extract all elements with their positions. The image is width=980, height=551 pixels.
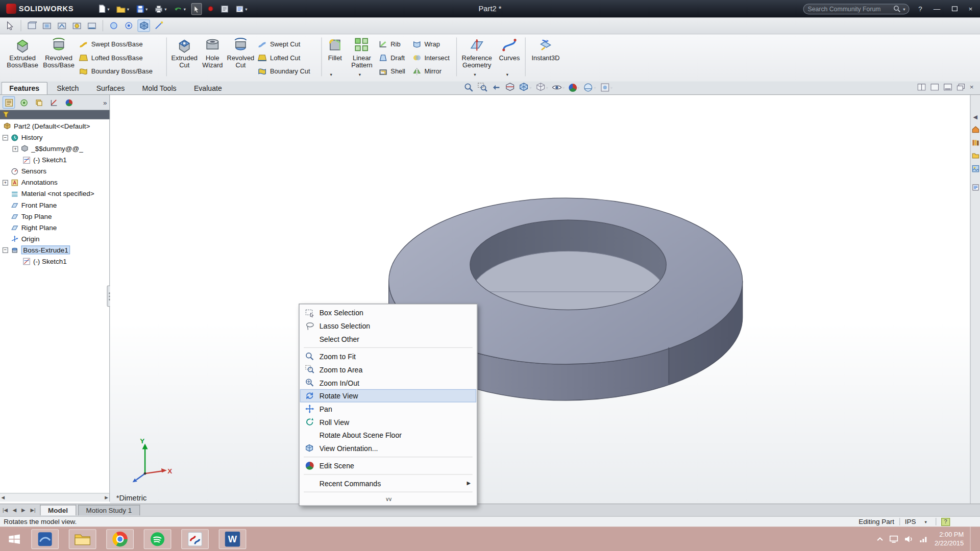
view-toolbar-icon-5[interactable] <box>86 19 98 32</box>
tree-item-right-plane[interactable]: Right Plane <box>0 222 109 233</box>
previous-tab-icon[interactable]: ◀ <box>10 506 19 514</box>
collapse-box-icon[interactable]: − <box>3 247 8 253</box>
configuration-manager-tab-icon[interactable] <box>33 96 45 109</box>
menu-expand-chevron[interactable]: ∨∨ <box>300 494 476 504</box>
menu-item-rotate-about-scene-floor[interactable]: Rotate About Scene Floor <box>300 429 476 442</box>
help-button[interactable]: ? <box>916 5 924 13</box>
chevron-down-icon[interactable]: ▾ <box>562 85 565 90</box>
display-tray-icon[interactable] <box>890 535 898 543</box>
instant3d-button[interactable]: Instant3D <box>529 36 562 80</box>
view-palette-icon[interactable] <box>971 165 979 172</box>
open-button[interactable]: ▾ <box>115 4 131 14</box>
shell-button[interactable]: Shell <box>379 65 405 77</box>
linear-pattern-button[interactable]: Linear Pattern <box>348 36 376 80</box>
wrap-button[interactable]: Wrap <box>412 37 440 49</box>
first-tab-icon[interactable]: |◀ <box>0 506 10 514</box>
model-3d-ring[interactable] <box>110 95 970 504</box>
menu-item-select-other[interactable]: Select Other <box>300 332 476 345</box>
menu-item-rotate-view[interactable]: Rotate View <box>300 389 476 403</box>
pane-single-icon[interactable] <box>930 83 939 90</box>
pane-minimize-icon[interactable] <box>943 83 951 90</box>
view-settings-icon[interactable]: ▾ <box>600 83 612 93</box>
network-tray-icon[interactable] <box>920 535 928 543</box>
minimize-button[interactable]: — <box>931 5 943 13</box>
draft-button[interactable]: Draft <box>379 51 405 63</box>
linear-pattern-flyout-arrow[interactable]: ▾ <box>359 72 361 78</box>
revolved-boss-base-button[interactable]: Revolved Boss/Base <box>41 36 77 80</box>
menu-item-zoom-in-out[interactable]: Zoom In/Out <box>300 376 476 389</box>
chevron-down-icon[interactable]: ▾ <box>529 85 531 90</box>
display-style-icon[interactable]: ▾ <box>535 83 548 93</box>
chevron-down-icon[interactable]: ▾ <box>594 85 596 90</box>
hole-wizard-button[interactable]: Hole Wizard <box>200 36 225 80</box>
graphics-viewport[interactable]: Y X *Dimetric <box>110 95 970 504</box>
chevron-down-icon[interactable]: ▾ <box>577 85 579 90</box>
scene-icon[interactable]: ▾ <box>583 83 596 93</box>
custom-properties-icon[interactable] <box>971 184 979 191</box>
hidden-icons-chevron[interactable] <box>877 536 883 541</box>
file-explorer-icon[interactable] <box>971 152 979 160</box>
scroll-right-icon[interactable]: ▶ <box>105 495 108 500</box>
file-properties-button[interactable] <box>219 4 230 14</box>
view-toolbar-icon-7[interactable] <box>122 19 135 32</box>
feature-manager-tab-icon[interactable] <box>3 96 15 109</box>
tab-sketch[interactable]: Sketch <box>48 82 87 94</box>
view-toolbar-icon-8[interactable] <box>137 19 150 32</box>
view-toolbar-icon-2[interactable] <box>41 19 53 32</box>
tree-item-sketch1-boss[interactable]: (-) Sketch1 <box>0 256 109 267</box>
print-button[interactable]: ▾ <box>153 4 168 14</box>
expand-box-icon[interactable]: + <box>3 180 8 185</box>
swept-cut-button[interactable]: Swept Cut <box>257 37 300 49</box>
close-button[interactable]: × <box>966 5 975 13</box>
scroll-left-icon[interactable]: ◀ <box>1 495 5 500</box>
extruded-cut-button[interactable]: Extruded Cut <box>170 36 199 80</box>
reference-geometry-button[interactable]: Reference Geometry <box>459 36 495 80</box>
tree-horizontal-scrollbar[interactable]: ◀ ▶ <box>0 493 110 502</box>
taskbar-spotify-button[interactable] <box>144 529 172 549</box>
chevron-down-icon[interactable]: ▾ <box>610 85 612 90</box>
fillet-button[interactable]: Fillet <box>324 36 346 80</box>
community-search[interactable]: ▾ <box>803 4 910 14</box>
new-document-button[interactable]: ▾ <box>96 3 111 14</box>
menu-item-zoom-to-area[interactable]: Zoom to Area <box>300 363 476 376</box>
units-selector[interactable]: IPS ▾ <box>905 518 931 525</box>
undo-button[interactable]: ▾ <box>173 4 187 14</box>
next-tab-icon[interactable]: ▶ <box>19 506 28 514</box>
save-button[interactable]: ▾ <box>135 4 149 14</box>
pane-restore-icon[interactable] <box>957 83 965 90</box>
tab-features[interactable]: Features <box>1 82 47 94</box>
solidworks-resources-icon[interactable] <box>971 126 979 133</box>
tab-mold-tools[interactable]: Mold Tools <box>134 82 185 94</box>
revolved-cut-button[interactable]: Revolved Cut <box>226 36 255 80</box>
section-view-icon[interactable] <box>505 83 515 93</box>
collapse-task-pane-icon[interactable]: ◀ <box>973 114 977 120</box>
tab-evaluate[interactable]: Evaluate <box>186 82 230 94</box>
show-desktop-button[interactable] <box>970 527 973 551</box>
taskbar-app-button-1[interactable] <box>31 529 59 549</box>
reference-geometry-flyout-arrow[interactable]: ▾ <box>474 72 476 78</box>
taskbar-chrome-button[interactable] <box>106 529 134 549</box>
menu-item-view-orientation[interactable]: View Orientation... <box>300 442 476 455</box>
curves-button[interactable]: Curves <box>496 36 522 80</box>
menu-item-pan[interactable]: Pan <box>300 403 476 416</box>
options-button[interactable]: ▾ <box>234 4 249 14</box>
expand-box-icon[interactable]: + <box>12 146 18 152</box>
mirror-button[interactable]: Mirror <box>412 65 442 77</box>
boundary-boss-base-button[interactable]: Boundary Boss/Base <box>79 65 153 77</box>
display-manager-tab-icon[interactable] <box>62 96 75 109</box>
menu-item-lasso-selection[interactable]: Lasso Selection <box>300 319 476 333</box>
curves-flyout-arrow[interactable]: ▾ <box>506 72 508 78</box>
taskbar-solidworks-button[interactable] <box>181 529 209 549</box>
start-button[interactable] <box>8 532 21 546</box>
tab-model[interactable]: Model <box>40 505 76 515</box>
tree-item-origin[interactable]: Origin <box>0 233 109 244</box>
tree-item-dummy[interactable]: + _$$dummy@@_ <box>0 143 109 154</box>
menu-item-recent-commands[interactable]: Recent Commands ▶ <box>300 477 476 490</box>
menu-item-zoom-to-fit[interactable]: Zoom to Fit <box>300 350 476 363</box>
tree-item-top-plane[interactable]: Top Plane <box>0 211 109 222</box>
restore-button[interactable] <box>949 5 960 13</box>
menu-item-box-selection[interactable]: Box Selection <box>300 306 476 319</box>
tree-item-sketch1-history[interactable]: (-) Sketch1 <box>0 154 109 165</box>
view-toolbar-icon-6[interactable] <box>108 19 120 32</box>
tree-item-material[interactable]: Material <not specified> <box>0 188 109 199</box>
